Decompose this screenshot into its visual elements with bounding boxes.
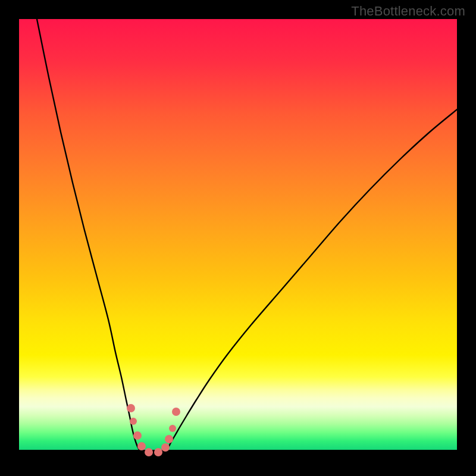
valley-marker-0: [127, 404, 135, 412]
valley-marker-7: [165, 435, 173, 443]
valley-marker-1: [130, 418, 137, 425]
plot-area: [19, 19, 457, 457]
valley-marker-6: [161, 443, 170, 452]
valley-marker-8: [169, 425, 176, 432]
curve-left-branch: [37, 19, 139, 450]
valley-marker-3: [137, 442, 146, 450]
valley-marker-9: [172, 408, 180, 416]
valley-marker-2: [133, 431, 142, 440]
chart-stage: TheBottleneck.com: [0, 0, 476, 476]
valley-marker-4: [145, 448, 153, 456]
watermark-text: TheBottleneck.com: [351, 4, 465, 19]
curve-right-branch: [167, 109, 457, 450]
chart-svg: [19, 19, 457, 457]
valley-marker-5: [154, 448, 162, 456]
